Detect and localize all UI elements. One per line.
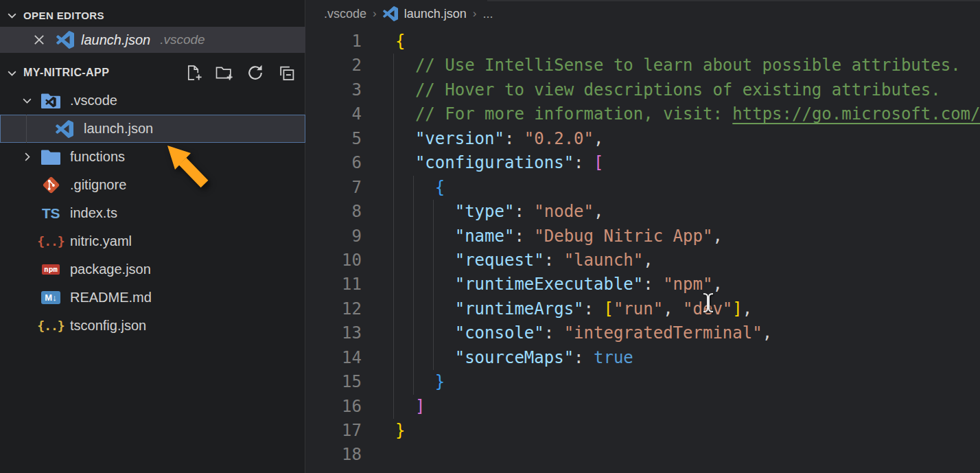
- chevron-down-icon: [5, 9, 23, 22]
- open-editors-title: OPEN EDITORS: [23, 10, 104, 21]
- code-line[interactable]: 7 {: [306, 176, 980, 200]
- code-text: }: [395, 419, 405, 443]
- code-line[interactable]: 13 "console": "integratedTerminal",: [306, 321, 980, 345]
- code-line[interactable]: 18: [306, 443, 980, 467]
- tree-item-gitignore[interactable]: .gitignore: [0, 171, 305, 199]
- code-line[interactable]: 16 ]: [306, 395, 980, 419]
- editor-pane: .vscode › launch.json › ... 1{2 // Use I…: [306, 0, 980, 473]
- line-number: 16: [306, 395, 362, 419]
- tree-item-nitric-yaml[interactable]: {..}nitric.yaml: [0, 227, 305, 255]
- folder-icon: [40, 148, 62, 166]
- chevron-right-icon: ›: [373, 7, 377, 21]
- chevron-down-icon: [5, 67, 23, 80]
- code-text: {: [395, 30, 405, 54]
- collapse-all-button[interactable]: [277, 64, 295, 82]
- line-number: 1: [306, 30, 362, 54]
- breadcrumb: .vscode › launch.json › ...: [306, 0, 980, 27]
- code-text: "type": "node",: [395, 200, 603, 224]
- open-editor-item-launch-json[interactable]: launch.json .vscode: [0, 27, 305, 53]
- code-editor[interactable]: 1{2 // Use IntelliSense to learn about p…: [306, 27, 980, 468]
- code-line[interactable]: 15 }: [306, 370, 980, 394]
- open-editor-file-folder: .vscode: [160, 32, 205, 47]
- line-number: 8: [306, 200, 362, 224]
- markdown-icon: M↓: [40, 291, 62, 304]
- code-line[interactable]: 3 // Hover to view descriptions of exist…: [306, 78, 980, 102]
- code-text: }: [395, 370, 445, 394]
- braces-red-icon: {..}: [40, 234, 62, 249]
- line-number: 18: [306, 443, 362, 467]
- line-number: 14: [306, 346, 362, 370]
- code-text: {: [395, 176, 445, 200]
- code-line[interactable]: 6 "configurations": [: [306, 151, 980, 175]
- refresh-button[interactable]: [246, 64, 264, 82]
- code-text: "runtimeArgs": ["run", "dev"],: [395, 297, 752, 321]
- tree-item-functions[interactable]: functions: [0, 143, 305, 171]
- code-line[interactable]: 12 "runtimeArgs": ["run", "dev"],: [306, 297, 980, 321]
- code-line[interactable]: 9 "name": "Debug Nitric App",: [306, 224, 980, 249]
- tree-item-label: tsconfig.json: [70, 318, 146, 334]
- code-line[interactable]: 5 "version": "0.2.0",: [306, 127, 980, 151]
- chevron-right-icon[interactable]: [21, 150, 40, 163]
- tree-item-label: launch.json: [84, 121, 153, 137]
- braces-yellow-icon: {..}: [40, 319, 62, 333]
- npm-icon: npm: [40, 264, 62, 275]
- vscode-window: OPEN EDITORS launch.json .vscode MY-NITR…: [0, 0, 980, 473]
- line-number: 9: [306, 224, 362, 249]
- explorer-sidebar: OPEN EDITORS launch.json .vscode MY-NITR…: [0, 0, 305, 473]
- vscode-logo-icon: [54, 120, 75, 138]
- line-number: 3: [306, 78, 362, 102]
- tree-item-label: README.md: [70, 290, 152, 305]
- project-section-header[interactable]: MY-NITRIC-APP: [0, 60, 305, 85]
- line-number: 17: [306, 419, 362, 443]
- explorer-toolbar: [184, 64, 295, 82]
- code-text: ]: [395, 395, 425, 419]
- code-text: "configurations": [: [395, 151, 603, 175]
- code-text: "sourceMaps": true: [395, 346, 633, 370]
- code-line[interactable]: 10 "request": "launch",: [306, 249, 980, 273]
- breadcrumb-symbol[interactable]: ...: [482, 7, 493, 21]
- vscode-file-icon: [56, 31, 74, 49]
- ts-icon: TS: [40, 205, 62, 222]
- open-editors-section-header[interactable]: OPEN EDITORS: [0, 4, 305, 26]
- vscode-file-icon: [383, 6, 398, 21]
- code-line[interactable]: 17}: [306, 419, 980, 443]
- line-number: 5: [306, 127, 362, 151]
- line-number: 13: [306, 321, 362, 345]
- tree-item-label: package.json: [70, 262, 151, 277]
- code-line[interactable]: 1{: [306, 30, 980, 54]
- code-line[interactable]: 14 "sourceMaps": true: [306, 346, 980, 370]
- new-file-button[interactable]: [184, 64, 202, 82]
- tree-indent-guide: [26, 115, 27, 143]
- breadcrumb-file[interactable]: launch.json: [404, 7, 467, 21]
- code-line[interactable]: 8 "type": "node",: [306, 200, 980, 224]
- git-icon: [40, 175, 62, 195]
- code-text: "request": "launch",: [395, 249, 653, 273]
- tree-item-vscode[interactable]: .vscode: [0, 86, 305, 115]
- code-text: "runtimeExecutable": "npm",: [395, 273, 723, 297]
- tree-item-tsconfig-json[interactable]: {..}tsconfig.json: [0, 312, 305, 340]
- tree-item-package-json[interactable]: npmpackage.json: [0, 255, 305, 284]
- line-number: 6: [306, 151, 362, 175]
- new-folder-button[interactable]: [215, 64, 233, 82]
- tree-item-label: .vscode: [70, 93, 117, 108]
- code-text: // For more information, visit: https://…: [395, 102, 980, 126]
- close-icon[interactable]: [32, 32, 47, 47]
- code-line[interactable]: 4 // For more information, visit: https:…: [306, 102, 980, 126]
- tree-item-label: functions: [70, 149, 125, 165]
- project-title: MY-NITRIC-APP: [23, 67, 109, 79]
- code-text: // Use IntelliSense to learn about possi…: [395, 54, 961, 78]
- code-line[interactable]: 11 "runtimeExecutable": "npm",: [306, 273, 980, 297]
- tree-item-readme-md[interactable]: M↓README.md: [0, 284, 305, 312]
- line-number: 2: [306, 54, 362, 78]
- breadcrumb-folder[interactable]: .vscode: [324, 7, 366, 21]
- chevron-down-icon[interactable]: [21, 94, 40, 107]
- file-tree: .vscodelaunch.jsonfunctions.gitignoreTSi…: [0, 86, 305, 340]
- line-number: 11: [306, 273, 362, 297]
- code-line[interactable]: 2 // Use IntelliSense to learn about pos…: [306, 54, 980, 78]
- tree-item-index-ts[interactable]: TSindex.ts: [0, 199, 305, 227]
- code-text: "console": "integratedTerminal",: [395, 321, 772, 345]
- line-number: 10: [306, 249, 362, 273]
- tree-item-launch-json[interactable]: launch.json: [0, 115, 305, 143]
- line-number: 7: [306, 176, 362, 200]
- tree-item-label: .gitignore: [70, 177, 126, 193]
